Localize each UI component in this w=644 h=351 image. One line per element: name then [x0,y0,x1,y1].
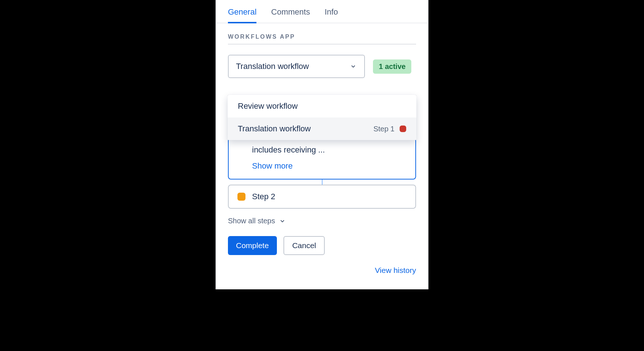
current-step-wrapper: includes receiving ... Show more Step 2 [228,138,416,209]
tab-info[interactable]: Info [325,7,338,23]
dropdown-item-label: Review workflow [238,101,298,111]
show-all-label: Show all steps [228,217,275,225]
show-more-link[interactable]: Show more [252,161,293,171]
step-2-label: Step 2 [252,192,275,201]
action-buttons: Complete Cancel [228,236,416,255]
workflow-select-row: Translation workflow 1 active [228,55,416,78]
chevron-down-icon [279,217,286,225]
chevron-down-icon [350,63,357,70]
dropdown-item-translation[interactable]: Translation workflow Step 1 [228,117,416,140]
dropdown-item-meta: Step 1 [373,125,406,133]
tab-general[interactable]: General [228,7,256,23]
complete-button[interactable]: Complete [228,236,277,255]
side-panel: General Comments Info WORKFLOWS APP Tran… [216,0,428,289]
section-title: WORKFLOWS APP [228,34,416,45]
workflow-dropdown: Review workflow Translation workflow Ste… [228,95,416,140]
dropdown-item-review[interactable]: Review workflow [228,95,416,117]
step-description-truncated: includes receiving ... [252,145,404,155]
step-status-square [237,193,245,201]
active-count-badge: 1 active [373,59,411,74]
workflow-select-value: Translation workflow [236,62,309,71]
step-connector [322,180,323,185]
tabs: General Comments Info [216,0,428,23]
dropdown-step-label: Step 1 [373,125,395,133]
dropdown-item-label: Translation workflow [238,124,311,134]
view-history-link[interactable]: View history [216,255,428,275]
cancel-button[interactable]: Cancel [283,236,325,255]
status-dot-icon [400,126,406,132]
current-step-card[interactable]: includes receiving ... Show more [228,138,416,180]
show-all-steps-toggle[interactable]: Show all steps [228,217,416,225]
tab-comments[interactable]: Comments [271,7,310,23]
step-2-card[interactable]: Step 2 [228,185,416,209]
workflow-select[interactable]: Translation workflow [228,55,365,78]
